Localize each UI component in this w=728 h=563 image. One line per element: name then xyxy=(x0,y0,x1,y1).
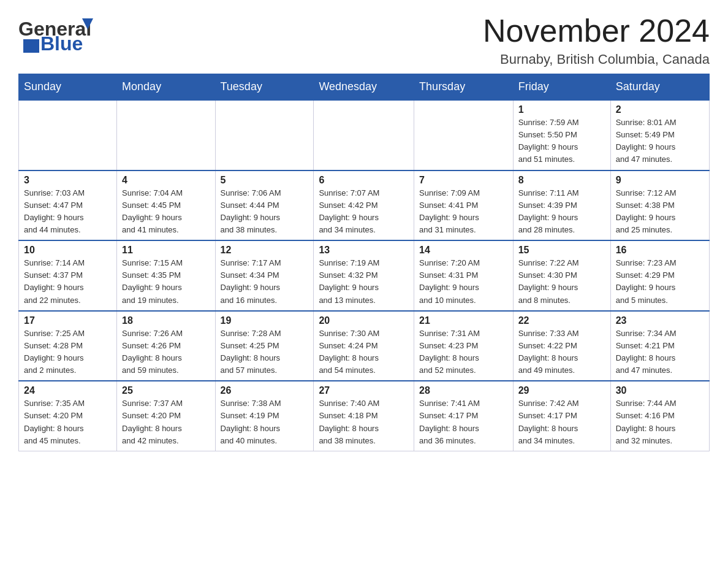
day-number: 18 xyxy=(122,315,210,326)
day-number: 2 xyxy=(616,104,704,115)
day-number: 7 xyxy=(419,175,508,186)
logo: General Blue xyxy=(18,12,104,55)
day-number: 12 xyxy=(221,245,309,256)
col-header-friday: Friday xyxy=(513,74,610,101)
calendar-cell: 1Sunrise: 7:59 AM Sunset: 5:50 PM Daylig… xyxy=(513,100,610,170)
day-info: Sunrise: 7:42 AM Sunset: 4:17 PM Dayligh… xyxy=(518,399,579,445)
day-info: Sunrise: 7:26 AM Sunset: 4:26 PM Dayligh… xyxy=(122,329,183,375)
day-info: Sunrise: 7:31 AM Sunset: 4:23 PM Dayligh… xyxy=(419,329,480,375)
calendar-cell: 6Sunrise: 7:07 AM Sunset: 4:42 PM Daylig… xyxy=(314,170,414,241)
day-info: Sunrise: 7:35 AM Sunset: 4:20 PM Dayligh… xyxy=(24,399,85,445)
day-info: Sunrise: 7:28 AM Sunset: 4:25 PM Dayligh… xyxy=(221,329,281,375)
col-header-saturday: Saturday xyxy=(610,74,709,101)
calendar-cell xyxy=(117,100,215,170)
col-header-sunday: Sunday xyxy=(19,74,117,101)
calendar-cell: 4Sunrise: 7:04 AM Sunset: 4:45 PM Daylig… xyxy=(117,170,215,241)
day-info: Sunrise: 7:09 AM Sunset: 4:41 PM Dayligh… xyxy=(419,188,480,234)
calendar-cell: 14Sunrise: 7:20 AM Sunset: 4:31 PM Dayli… xyxy=(414,240,514,311)
day-info: Sunrise: 8:01 AM Sunset: 5:49 PM Dayligh… xyxy=(616,118,677,164)
day-info: Sunrise: 7:12 AM Sunset: 4:38 PM Dayligh… xyxy=(616,188,677,234)
calendar-table: SundayMondayTuesdayWednesdayThursdayFrid… xyxy=(18,74,710,451)
day-info: Sunrise: 7:22 AM Sunset: 4:30 PM Dayligh… xyxy=(518,258,579,304)
calendar-cell: 3Sunrise: 7:03 AM Sunset: 4:47 PM Daylig… xyxy=(19,170,117,241)
day-number: 25 xyxy=(122,385,210,396)
calendar-cell: 20Sunrise: 7:30 AM Sunset: 4:24 PM Dayli… xyxy=(314,311,414,381)
calendar-week-1: 1Sunrise: 7:59 AM Sunset: 5:50 PM Daylig… xyxy=(19,100,710,170)
day-number: 22 xyxy=(518,315,605,326)
day-number: 20 xyxy=(319,315,409,326)
day-number: 19 xyxy=(221,315,309,326)
logo-svg: General Blue xyxy=(18,12,104,55)
calendar-cell: 21Sunrise: 7:31 AM Sunset: 4:23 PM Dayli… xyxy=(414,311,514,381)
calendar-cell xyxy=(314,100,414,170)
day-info: Sunrise: 7:37 AM Sunset: 4:20 PM Dayligh… xyxy=(122,399,183,445)
day-number: 21 xyxy=(419,315,508,326)
svg-rect-2 xyxy=(23,39,39,53)
day-number: 17 xyxy=(24,315,112,326)
day-number: 9 xyxy=(616,175,704,186)
day-number: 11 xyxy=(122,245,210,256)
day-info: Sunrise: 7:19 AM Sunset: 4:32 PM Dayligh… xyxy=(319,258,379,304)
day-info: Sunrise: 7:41 AM Sunset: 4:17 PM Dayligh… xyxy=(419,399,480,445)
day-info: Sunrise: 7:44 AM Sunset: 4:16 PM Dayligh… xyxy=(616,399,677,445)
calendar-cell: 28Sunrise: 7:41 AM Sunset: 4:17 PM Dayli… xyxy=(414,381,514,451)
day-number: 27 xyxy=(319,385,409,396)
calendar-cell: 23Sunrise: 7:34 AM Sunset: 4:21 PM Dayli… xyxy=(610,311,709,381)
calendar-cell: 12Sunrise: 7:17 AM Sunset: 4:34 PM Dayli… xyxy=(215,240,314,311)
calendar-cell xyxy=(215,100,314,170)
day-number: 14 xyxy=(419,245,508,256)
calendar-week-5: 24Sunrise: 7:35 AM Sunset: 4:20 PM Dayli… xyxy=(19,381,710,451)
day-number: 26 xyxy=(221,385,309,396)
day-info: Sunrise: 7:34 AM Sunset: 4:21 PM Dayligh… xyxy=(616,329,677,375)
calendar-cell: 11Sunrise: 7:15 AM Sunset: 4:35 PM Dayli… xyxy=(117,240,215,311)
calendar-cell: 17Sunrise: 7:25 AM Sunset: 4:28 PM Dayli… xyxy=(19,311,117,381)
day-info: Sunrise: 7:59 AM Sunset: 5:50 PM Dayligh… xyxy=(518,118,579,164)
day-info: Sunrise: 7:20 AM Sunset: 4:31 PM Dayligh… xyxy=(419,258,480,304)
day-number: 1 xyxy=(518,104,605,115)
calendar-cell xyxy=(414,100,514,170)
day-number: 10 xyxy=(24,245,112,256)
day-info: Sunrise: 7:03 AM Sunset: 4:47 PM Dayligh… xyxy=(24,188,85,234)
day-number: 8 xyxy=(518,175,605,186)
col-header-wednesday: Wednesday xyxy=(314,74,414,101)
calendar-header-row: SundayMondayTuesdayWednesdayThursdayFrid… xyxy=(19,74,710,101)
calendar-week-3: 10Sunrise: 7:14 AM Sunset: 4:37 PM Dayli… xyxy=(19,240,710,311)
calendar-cell: 25Sunrise: 7:37 AM Sunset: 4:20 PM Dayli… xyxy=(117,381,215,451)
calendar-cell: 10Sunrise: 7:14 AM Sunset: 4:37 PM Dayli… xyxy=(19,240,117,311)
calendar-cell: 19Sunrise: 7:28 AM Sunset: 4:25 PM Dayli… xyxy=(215,311,314,381)
day-number: 6 xyxy=(319,175,409,186)
day-number: 4 xyxy=(122,175,210,186)
day-info: Sunrise: 7:04 AM Sunset: 4:45 PM Dayligh… xyxy=(122,188,183,234)
day-number: 16 xyxy=(616,245,704,256)
day-info: Sunrise: 7:07 AM Sunset: 4:42 PM Dayligh… xyxy=(319,188,379,234)
day-info: Sunrise: 7:30 AM Sunset: 4:24 PM Dayligh… xyxy=(319,329,379,375)
day-number: 28 xyxy=(419,385,508,396)
calendar-cell: 8Sunrise: 7:11 AM Sunset: 4:39 PM Daylig… xyxy=(513,170,610,241)
calendar-week-4: 17Sunrise: 7:25 AM Sunset: 4:28 PM Dayli… xyxy=(19,311,710,381)
day-info: Sunrise: 7:38 AM Sunset: 4:19 PM Dayligh… xyxy=(221,399,281,445)
month-title: November 2024 xyxy=(483,12,710,49)
calendar-cell: 30Sunrise: 7:44 AM Sunset: 4:16 PM Dayli… xyxy=(610,381,709,451)
calendar-cell: 13Sunrise: 7:19 AM Sunset: 4:32 PM Dayli… xyxy=(314,240,414,311)
day-number: 15 xyxy=(518,245,605,256)
calendar-cell: 26Sunrise: 7:38 AM Sunset: 4:19 PM Dayli… xyxy=(215,381,314,451)
calendar-cell: 27Sunrise: 7:40 AM Sunset: 4:18 PM Dayli… xyxy=(314,381,414,451)
calendar-cell: 5Sunrise: 7:06 AM Sunset: 4:44 PM Daylig… xyxy=(215,170,314,241)
day-info: Sunrise: 7:15 AM Sunset: 4:35 PM Dayligh… xyxy=(122,258,183,304)
calendar-cell: 18Sunrise: 7:26 AM Sunset: 4:26 PM Dayli… xyxy=(117,311,215,381)
calendar-cell: 16Sunrise: 7:23 AM Sunset: 4:29 PM Dayli… xyxy=(610,240,709,311)
day-number: 3 xyxy=(24,175,112,186)
calendar-cell: 9Sunrise: 7:12 AM Sunset: 4:38 PM Daylig… xyxy=(610,170,709,241)
svg-text:Blue: Blue xyxy=(40,33,83,55)
day-info: Sunrise: 7:33 AM Sunset: 4:22 PM Dayligh… xyxy=(518,329,579,375)
day-number: 30 xyxy=(616,385,704,396)
calendar-cell: 29Sunrise: 7:42 AM Sunset: 4:17 PM Dayli… xyxy=(513,381,610,451)
col-header-tuesday: Tuesday xyxy=(215,74,314,101)
calendar-cell xyxy=(19,100,117,170)
day-info: Sunrise: 7:23 AM Sunset: 4:29 PM Dayligh… xyxy=(616,258,677,304)
calendar-cell: 24Sunrise: 7:35 AM Sunset: 4:20 PM Dayli… xyxy=(19,381,117,451)
calendar-cell: 2Sunrise: 8:01 AM Sunset: 5:49 PM Daylig… xyxy=(610,100,709,170)
day-info: Sunrise: 7:40 AM Sunset: 4:18 PM Dayligh… xyxy=(319,399,379,445)
col-header-monday: Monday xyxy=(117,74,215,101)
location-text: Burnaby, British Columbia, Canada xyxy=(483,52,710,67)
